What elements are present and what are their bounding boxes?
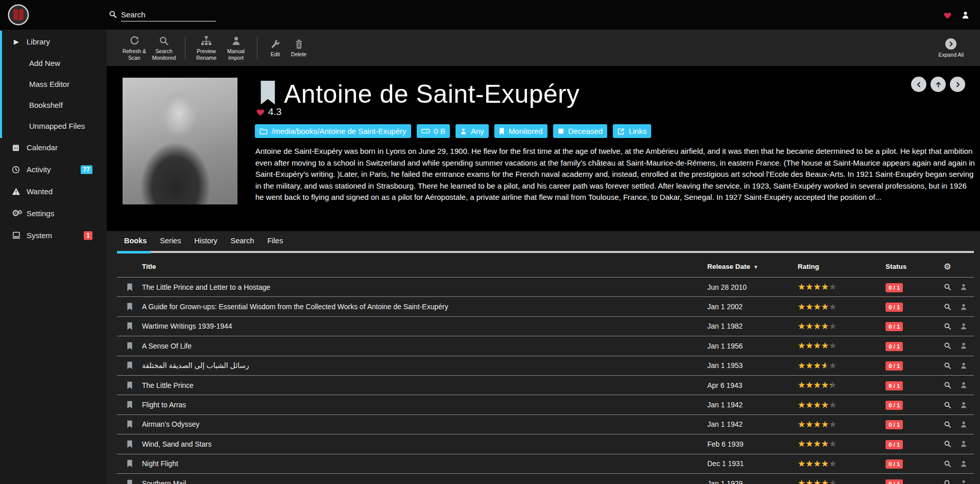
refresh-scan-button[interactable]: Refresh & Scan bbox=[119, 35, 149, 61]
bookmark-icon[interactable] bbox=[260, 80, 276, 106]
table-row[interactable]: Wind, Sand and Stars Feb 6 1939 ★★★★★★★★… bbox=[117, 434, 974, 453]
table-row[interactable]: A Guide for Grown-ups: Essential Wisdom … bbox=[117, 296, 974, 316]
book-title[interactable]: A Guide for Grown-ups: Essential Wisdom … bbox=[142, 303, 448, 311]
automatic-search-icon[interactable] bbox=[944, 322, 951, 330]
interactive-search-icon[interactable] bbox=[960, 440, 967, 448]
sidebar-item-activity[interactable]: Activity 77 bbox=[0, 158, 107, 180]
interactive-search-icon[interactable] bbox=[960, 479, 967, 484]
search-input[interactable] bbox=[121, 8, 216, 21]
sidebar-item-mass-editor[interactable]: Mass Editor bbox=[0, 74, 107, 95]
interactive-search-icon[interactable] bbox=[960, 303, 967, 311]
automatic-search-icon[interactable] bbox=[944, 401, 951, 409]
previous-author-button[interactable] bbox=[911, 77, 926, 92]
automatic-search-icon[interactable] bbox=[944, 460, 951, 468]
book-monitored-bookmark-icon[interactable] bbox=[127, 459, 133, 468]
book-monitored-bookmark-icon[interactable] bbox=[127, 401, 133, 409]
book-monitored-bookmark-icon[interactable] bbox=[127, 381, 133, 389]
automatic-search-icon[interactable] bbox=[944, 421, 951, 428]
interactive-search-icon[interactable] bbox=[960, 381, 967, 389]
book-title[interactable]: Southern Mail bbox=[142, 479, 186, 484]
book-title[interactable]: The Little Prince and Letter to a Hostag… bbox=[142, 283, 270, 291]
automatic-search-icon[interactable] bbox=[944, 381, 951, 389]
column-status[interactable]: Status bbox=[886, 263, 944, 270]
table-row[interactable]: Wartime Writings 1939-1944 Jan 1 1982 ★★… bbox=[117, 316, 974, 336]
toolbar-separator bbox=[185, 36, 185, 60]
automatic-search-icon[interactable] bbox=[944, 479, 951, 484]
table-row[interactable]: The Little Prince Apr 6 1943 ★★★★★★★★★★ … bbox=[117, 375, 974, 395]
book-monitored-bookmark-icon[interactable] bbox=[127, 283, 133, 291]
expand-all-button[interactable]: Expand All bbox=[938, 38, 964, 58]
sidebar-item-calendar[interactable]: Calendar bbox=[0, 136, 107, 158]
author-monitored-chip[interactable]: Monitored bbox=[494, 124, 547, 138]
author-size-chip[interactable]: 0 B bbox=[417, 124, 450, 138]
interactive-search-icon[interactable] bbox=[960, 460, 967, 468]
book-monitored-bookmark-icon[interactable] bbox=[127, 322, 133, 330]
author-poster[interactable] bbox=[123, 78, 237, 204]
book-monitored-bookmark-icon[interactable] bbox=[127, 420, 133, 428]
next-author-button[interactable] bbox=[950, 77, 965, 92]
delete-button[interactable]: Delete bbox=[287, 38, 310, 57]
author-links-chip[interactable]: Links bbox=[613, 124, 651, 138]
book-title[interactable]: Airman’s Odyssey bbox=[142, 420, 200, 428]
donate-heart-icon[interactable] bbox=[943, 11, 952, 19]
table-row[interactable]: Flight to Arras Jan 1 1942 ★★★★★★★★★★ 0 … bbox=[117, 395, 974, 414]
author-quality-chip[interactable]: Any bbox=[456, 124, 489, 138]
tab-books[interactable]: Books bbox=[117, 231, 153, 250]
author-path-chip[interactable]: /media/books/Antoine de Saint-Exupéry bbox=[255, 124, 411, 138]
table-row[interactable]: The Little Prince and Letter to a Hostag… bbox=[117, 277, 974, 296]
sidebar-item-unmapped-files[interactable]: Unmapped Files bbox=[0, 116, 107, 136]
table-row[interactable]: رسائل الشباب إلى الصديقة المختلقة Jan 1 … bbox=[117, 356, 974, 375]
automatic-search-icon[interactable] bbox=[944, 303, 951, 311]
column-title[interactable]: Title bbox=[142, 263, 156, 270]
table-row[interactable]: Airman’s Odyssey Jan 1 1942 ★★★★★★★★★★ 0… bbox=[117, 414, 974, 434]
preview-rename-button[interactable]: Preview Rename bbox=[192, 35, 221, 61]
book-title[interactable]: Night Flight bbox=[142, 459, 178, 468]
book-title[interactable]: The Little Prince bbox=[142, 381, 194, 389]
interactive-search-icon[interactable] bbox=[960, 322, 967, 330]
book-title[interactable]: Wind, Sand and Stars bbox=[142, 440, 211, 448]
book-title[interactable]: رسائل الشباب إلى الصديقة المختلقة bbox=[142, 361, 249, 370]
book-monitored-bookmark-icon[interactable] bbox=[127, 440, 133, 448]
book-monitored-bookmark-icon[interactable] bbox=[127, 479, 133, 484]
interactive-search-icon[interactable] bbox=[960, 421, 967, 428]
book-title[interactable]: Flight to Arras bbox=[142, 401, 186, 409]
scroll-top-button[interactable] bbox=[930, 77, 946, 92]
interactive-search-icon[interactable] bbox=[960, 362, 967, 370]
sidebar-item-wanted[interactable]: Wanted bbox=[0, 180, 107, 202]
interactive-search-icon[interactable] bbox=[960, 283, 967, 291]
sidebar-item-bookshelf[interactable]: Bookshelf bbox=[0, 95, 107, 116]
automatic-search-icon[interactable] bbox=[944, 283, 951, 291]
manual-import-button[interactable]: Manual Import bbox=[221, 35, 251, 61]
column-rating[interactable]: Rating bbox=[798, 263, 886, 270]
sidebar-item-label: System bbox=[27, 231, 52, 240]
interactive-search-icon[interactable] bbox=[960, 342, 967, 350]
sidebar-item-settings[interactable]: ⚙⚙ Settings bbox=[0, 202, 107, 224]
automatic-search-icon[interactable] bbox=[944, 342, 951, 350]
table-row[interactable]: Night Flight Dec 1 1931 ★★★★★★★★★★ 0 / 1 bbox=[117, 454, 974, 473]
table-row[interactable]: Southern Mail Jan 1 1929 ★★★★★★★★★★ 0 / … bbox=[117, 473, 974, 484]
edit-button[interactable]: Edit bbox=[264, 38, 287, 57]
tab-history[interactable]: History bbox=[187, 231, 224, 250]
book-title[interactable]: Wartime Writings 1939-1944 bbox=[142, 322, 232, 330]
column-release-date[interactable]: Release Date▼ bbox=[707, 263, 798, 270]
sidebar-item-library[interactable]: ▶ Library bbox=[0, 31, 107, 53]
readarr-logo[interactable] bbox=[8, 4, 29, 26]
interactive-search-icon[interactable] bbox=[960, 401, 967, 409]
user-icon[interactable] bbox=[961, 11, 970, 19]
tab-files[interactable]: Files bbox=[261, 231, 290, 250]
sidebar-item-add-new[interactable]: Add New bbox=[0, 53, 107, 74]
automatic-search-icon[interactable] bbox=[944, 362, 951, 370]
book-monitored-bookmark-icon[interactable] bbox=[127, 342, 133, 350]
tab-series[interactable]: Series bbox=[153, 231, 187, 250]
automatic-search-icon[interactable] bbox=[944, 440, 951, 448]
search-monitored-button[interactable]: Search Monitored bbox=[149, 35, 179, 61]
author-biography[interactable]: Antoine de Saint-Exupéry was born in Lyo… bbox=[255, 146, 976, 203]
book-monitored-bookmark-icon[interactable] bbox=[127, 361, 133, 370]
table-options-gear-icon[interactable]: ⚙ bbox=[944, 262, 951, 271]
author-status-chip[interactable]: Deceased bbox=[553, 124, 608, 138]
sidebar-item-system[interactable]: System 1 bbox=[0, 224, 107, 246]
table-row[interactable]: A Sense Of Life Jan 1 1956 ★★★★★★★★★★ 0 … bbox=[117, 336, 974, 355]
book-title[interactable]: A Sense Of Life bbox=[142, 342, 192, 350]
book-monitored-bookmark-icon[interactable] bbox=[127, 303, 133, 311]
tab-search[interactable]: Search bbox=[224, 231, 261, 250]
